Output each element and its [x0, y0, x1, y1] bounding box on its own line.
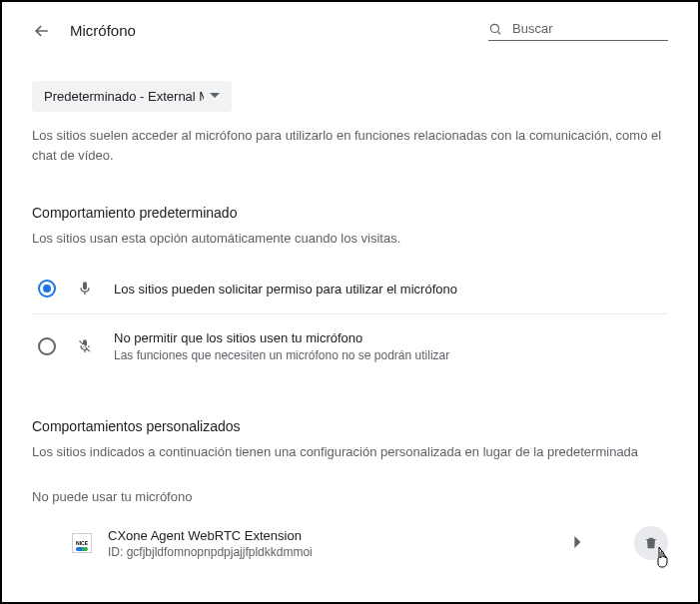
- svg-point-0: [490, 24, 498, 32]
- site-row[interactable]: NICE CXone Agent WebRTC Extension ID: gc…: [32, 522, 668, 564]
- site-name: CXone Agent WebRTC Extension: [108, 528, 552, 543]
- radio-label: No permitir que los sitios usen tu micró…: [114, 330, 449, 345]
- search-input[interactable]: [510, 20, 668, 37]
- page-title: Micrófono: [70, 22, 136, 39]
- default-behavior-title: Comportamiento predeterminado: [32, 205, 668, 221]
- search-field[interactable]: [488, 20, 668, 41]
- mic-icon: [76, 281, 94, 297]
- site-favicon: NICE: [72, 533, 92, 553]
- mic-off-icon: [76, 338, 94, 354]
- blocked-sites-label: No puede usar tu micrófono: [32, 489, 668, 504]
- search-icon: [488, 21, 502, 37]
- custom-behavior-title: Comportamientos personalizados: [32, 418, 668, 434]
- trash-icon: [643, 535, 659, 551]
- default-behavior-subtitle: Los sitios usan esta opción automáticame…: [32, 231, 668, 246]
- radio-button[interactable]: [38, 337, 56, 355]
- page-header: Micrófono: [32, 20, 668, 41]
- custom-behavior-desc: Los sitios indicados a continuación tien…: [32, 444, 668, 459]
- device-dropdown[interactable]: Predeterminado - External Mic: [32, 81, 232, 112]
- radio-option-block[interactable]: No permitir que los sitios usen tu micró…: [32, 314, 668, 378]
- radio-button[interactable]: [38, 280, 56, 298]
- arrow-left-icon: [32, 21, 52, 41]
- delete-site-button[interactable]: [634, 526, 668, 560]
- intro-description: Los sitios suelen acceder al micrófono p…: [32, 126, 668, 165]
- back-button[interactable]: [32, 21, 52, 41]
- radio-option-allow[interactable]: Los sitios pueden solicitar permiso para…: [32, 264, 668, 314]
- radio-label: Los sitios pueden solicitar permiso para…: [114, 282, 457, 297]
- site-details-button[interactable]: [568, 530, 588, 557]
- caret-down-icon: [210, 89, 220, 104]
- device-dropdown-label: Predeterminado - External Mic: [44, 89, 204, 104]
- chevron-right-icon: [574, 536, 582, 548]
- radio-sublabel: Las funciones que necesiten un micrófono…: [114, 348, 449, 362]
- site-id: ID: gcfjbjldfomnopnpdpjajjfpldkkdmmoi: [108, 545, 552, 559]
